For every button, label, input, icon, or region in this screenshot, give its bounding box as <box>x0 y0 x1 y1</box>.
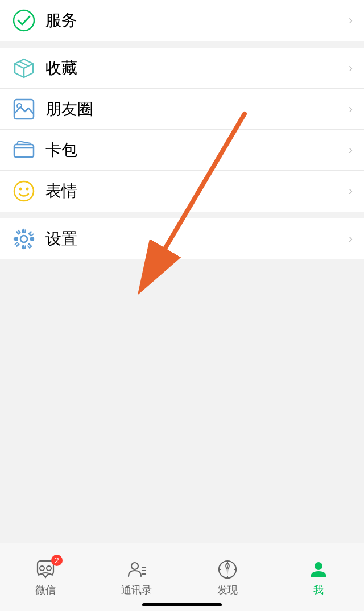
nav-item-me[interactable]: 我 <box>273 543 364 611</box>
menu-item-service[interactable]: 服务 › <box>0 0 364 41</box>
svg-line-5 <box>19 61 28 66</box>
wallet-arrow: › <box>349 143 353 158</box>
service-icon <box>11 8 36 33</box>
settings-arrow: › <box>349 232 353 246</box>
nav-item-wechat[interactable]: 2 微信 <box>0 543 91 611</box>
menu-item-moments[interactable]: 朋友圈 › <box>0 89 364 130</box>
contacts-nav-label: 通讯录 <box>121 583 152 597</box>
svg-point-15 <box>40 566 44 571</box>
stickers-icon <box>11 179 36 204</box>
settings-icon <box>11 226 36 251</box>
nav-item-contacts[interactable]: 通讯录 <box>91 543 182 611</box>
wechat-badge: 2 <box>51 555 63 566</box>
svg-line-2 <box>15 64 24 68</box>
stickers-label: 表情 <box>46 180 349 202</box>
menu-item-wallet[interactable]: 卡包 › <box>0 130 364 171</box>
svg-point-28 <box>315 562 322 570</box>
moments-icon <box>11 97 36 122</box>
wallet-icon <box>11 138 36 163</box>
content-area: 服务 › 收藏 › <box>0 0 364 543</box>
svg-point-11 <box>26 188 29 191</box>
home-indicator <box>142 603 222 606</box>
me-nav-icon <box>307 558 330 581</box>
me-nav-label: 我 <box>313 583 324 597</box>
discover-nav-icon <box>216 558 239 581</box>
bottom-nav: 2 微信 通讯录 <box>0 543 364 611</box>
svg-rect-8 <box>14 145 34 157</box>
moments-arrow: › <box>349 102 353 117</box>
menu-item-stickers[interactable]: 表情 › <box>0 171 364 212</box>
svg-point-16 <box>47 566 51 571</box>
service-arrow: › <box>349 13 353 28</box>
favorites-arrow: › <box>349 61 353 76</box>
menu-section-settings: 设置 › <box>0 218 364 259</box>
settings-label: 设置 <box>46 228 349 250</box>
svg-point-0 <box>14 10 34 31</box>
favorites-label: 收藏 <box>46 57 349 79</box>
contacts-nav-icon <box>125 558 148 581</box>
service-label: 服务 <box>46 10 349 31</box>
wechat-nav-icon: 2 <box>34 558 57 581</box>
stickers-arrow: › <box>349 184 353 199</box>
menu-item-settings[interactable]: 设置 › <box>0 218 364 259</box>
svg-point-9 <box>14 181 34 201</box>
svg-rect-6 <box>14 100 34 119</box>
divider-1 <box>0 41 364 48</box>
wallet-label: 卡包 <box>46 139 349 161</box>
svg-point-17 <box>131 563 138 569</box>
svg-point-10 <box>19 188 22 191</box>
svg-point-12 <box>20 236 27 242</box>
divider-2 <box>0 212 364 218</box>
wechat-nav-label: 微信 <box>35 583 56 597</box>
menu-section-main: 收藏 › 朋友圈 › <box>0 48 364 212</box>
menu-item-favorites[interactable]: 收藏 › <box>0 48 364 89</box>
menu-section-service: 服务 › <box>0 0 364 41</box>
discover-nav-label: 发现 <box>217 583 238 597</box>
nav-item-discover[interactable]: 发现 <box>182 543 273 611</box>
moments-label: 朋友圈 <box>46 98 349 120</box>
svg-marker-27 <box>226 568 229 575</box>
favorites-icon <box>11 56 36 81</box>
